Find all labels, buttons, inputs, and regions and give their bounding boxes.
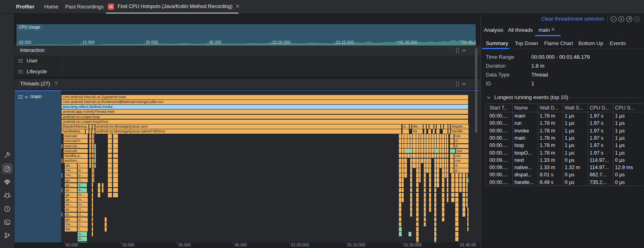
flame-bar[interactable] bbox=[467, 207, 469, 231]
problems-icon[interactable] bbox=[2, 204, 12, 214]
flame-bar[interactable] bbox=[89, 129, 91, 134]
threads-section-header[interactable]: Threads (27) ? bbox=[14, 79, 481, 89]
flame-bar[interactable]: t... bbox=[78, 227, 88, 231]
subtab-summary[interactable]: Summary bbox=[486, 40, 508, 46]
drag-handle-icon[interactable] bbox=[458, 48, 459, 53]
flame-bar[interactable]: p... bbox=[78, 173, 88, 178]
flame-bar[interactable]: run bbox=[454, 159, 469, 163]
flame-bar[interactable]: executeTr... bbox=[64, 139, 88, 143]
flame-bar[interactable]: rl... bbox=[78, 213, 88, 217]
flame-bar[interactable] bbox=[62, 188, 62, 192]
help-icon[interactable]: ? bbox=[55, 81, 58, 87]
table-row[interactable]: 00:00....main1.78 m1 μs1.97 s1 μs bbox=[486, 112, 643, 120]
flame-bar[interactable] bbox=[421, 134, 423, 163]
column-header[interactable]: Name bbox=[514, 104, 528, 112]
flame-bar[interactable]: execute bbox=[64, 149, 88, 153]
flame-bar[interactable] bbox=[424, 129, 426, 134]
flame-bar[interactable] bbox=[89, 124, 92, 129]
flame-bar[interactable]: dispatc... bbox=[451, 124, 469, 129]
flame-bar[interactable] bbox=[447, 134, 448, 202]
subtab-events[interactable]: Events bbox=[610, 40, 626, 46]
version-control-icon[interactable] bbox=[2, 230, 12, 241]
app-quality-insights-icon[interactable] bbox=[2, 177, 12, 187]
flame-bar[interactable] bbox=[450, 139, 454, 143]
flame-bar[interactable] bbox=[442, 134, 444, 221]
flame-bar[interactable] bbox=[402, 134, 404, 202]
flame-bar[interactable]: ge... bbox=[65, 217, 77, 222]
track-lifecycle[interactable]: Lifecycle bbox=[14, 66, 481, 76]
logcat-icon[interactable] bbox=[2, 190, 12, 201]
flame-bar[interactable] bbox=[450, 159, 454, 163]
flame-bar[interactable] bbox=[93, 124, 95, 129]
flame-bar[interactable] bbox=[105, 217, 107, 231]
flame-bar[interactable]: execute bbox=[64, 134, 88, 138]
table-row[interactable]: 00:00....invoke1.78 m1 μs1.97 s1 μs bbox=[486, 127, 643, 134]
flame-bar[interactable] bbox=[455, 173, 458, 241]
flame-bar[interactable]: ha... bbox=[412, 129, 423, 134]
tab-past-recordings[interactable]: Past Recordings bbox=[65, 4, 103, 10]
table-row[interactable]: 00:09....next1.33 m0 μs114.97...0 μs bbox=[486, 157, 643, 164]
flame-bar[interactable] bbox=[433, 129, 435, 134]
collapse-icon[interactable] bbox=[461, 81, 466, 87]
flame-bar[interactable] bbox=[451, 173, 454, 202]
table-row[interactable]: 00:00....dispat...8.01 s0 μs862.7...0 μs bbox=[486, 171, 643, 178]
close-icon[interactable]: ✕ bbox=[551, 27, 555, 32]
flame-bar[interactable] bbox=[62, 159, 62, 163]
table-row[interactable]: 00:00....loop1.78 m1 μs1.97 s1 μs bbox=[486, 142, 643, 149]
reset-zoom-icon[interactable] bbox=[626, 16, 633, 23]
flame-bar[interactable]: o... bbox=[78, 178, 88, 183]
subtab-flame-chart[interactable]: Flame Chart bbox=[544, 40, 573, 46]
profiler-icon[interactable] bbox=[2, 163, 12, 174]
flame-bar[interactable] bbox=[98, 183, 100, 197]
tab-home[interactable]: Home bbox=[44, 4, 58, 10]
flame-bar[interactable] bbox=[93, 134, 94, 182]
flame-bar[interactable] bbox=[428, 129, 431, 134]
flame-bar[interactable] bbox=[437, 124, 440, 129]
flame-bar[interactable] bbox=[429, 124, 433, 129]
flame-bar[interactable] bbox=[399, 134, 401, 236]
column-header[interactable]: CPU S... bbox=[615, 104, 635, 112]
flame-bar[interactable] bbox=[450, 144, 454, 149]
flame-bar[interactable]: ge... bbox=[65, 188, 77, 192]
flame-bar[interactable] bbox=[89, 134, 91, 168]
flame-bar[interactable]: ac... bbox=[65, 203, 77, 207]
flame-bar[interactable] bbox=[409, 232, 411, 236]
terminal-icon[interactable] bbox=[2, 217, 12, 227]
flame-bar[interactable]: run bbox=[456, 149, 469, 153]
flame-bar[interactable]: android.os.MessageQueue.nativePollOnce bbox=[95, 129, 401, 134]
flame-bar[interactable] bbox=[448, 124, 450, 129]
flame-bar[interactable]: rl... bbox=[78, 207, 88, 212]
chevron-down-icon[interactable] bbox=[487, 95, 491, 100]
flame-bar[interactable] bbox=[102, 183, 103, 192]
events-section-title[interactable]: Longest running events (top 10) bbox=[494, 94, 568, 100]
flame-bar[interactable]: s... bbox=[78, 188, 87, 192]
flame-chart[interactable]: com.android.internal.os.ZygoteInit.mainc… bbox=[61, 91, 481, 242]
flame-bar[interactable]: ac... bbox=[65, 213, 77, 217]
flame-bar[interactable]: ac... bbox=[65, 207, 77, 212]
flame-bar[interactable]: java.lang.reflect.Method.invoke bbox=[62, 105, 468, 109]
thread-row-main[interactable]: main bbox=[14, 91, 61, 242]
zoom-out-icon[interactable] bbox=[610, 16, 617, 23]
tab-find-cpu-hotspots[interactable]: Find CPU Hotspots (Java/Kotlin Method Re… bbox=[103, 0, 242, 14]
flame-bar[interactable]: s... bbox=[78, 183, 87, 188]
flame-bar[interactable]: p... bbox=[78, 217, 88, 222]
flame-bar[interactable] bbox=[62, 173, 62, 178]
flame-bar[interactable] bbox=[466, 178, 469, 183]
flame-bar[interactable]: dispatchMessa... bbox=[62, 124, 89, 129]
flame-bar[interactable] bbox=[437, 134, 439, 187]
flame-bar[interactable] bbox=[429, 134, 431, 212]
flame-bar[interactable] bbox=[427, 124, 429, 129]
flame-bar[interactable]: att... bbox=[65, 163, 77, 168]
flame-bar[interactable] bbox=[62, 144, 62, 149]
flame-bar[interactable]: d... bbox=[454, 139, 469, 143]
flame-bar[interactable] bbox=[426, 134, 429, 173]
flame-bar[interactable]: d... bbox=[402, 124, 409, 129]
table-row[interactable]: 00:00....loopO...1.78 m1 μs1.97 s1 μs bbox=[486, 149, 643, 157]
table-row[interactable]: 00:00....main1.78 m1 μs1.97 s1 μs bbox=[486, 134, 643, 142]
collapse-icon[interactable] bbox=[461, 48, 466, 53]
build-icon[interactable] bbox=[2, 150, 12, 160]
drag-handle-icon[interactable] bbox=[456, 81, 457, 87]
table-row[interactable]: 00:00....handle...6.49 s0 μs735.2...0 μs bbox=[486, 179, 643, 186]
flame-bar[interactable]: <in... bbox=[65, 168, 77, 173]
flame-bar[interactable] bbox=[92, 134, 93, 236]
